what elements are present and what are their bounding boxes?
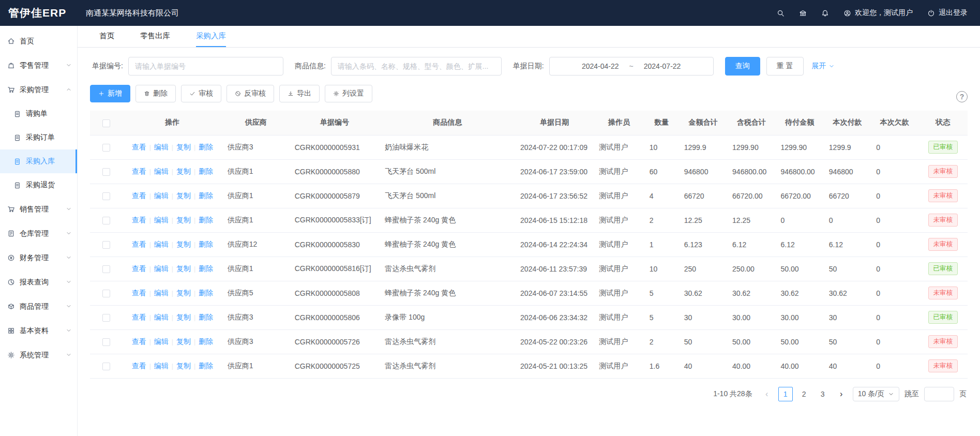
order-no-input[interactable]: [128, 57, 283, 76]
sidebar-subitem-purchase-request[interactable]: 请购单: [0, 102, 77, 126]
view-link[interactable]: 查看: [132, 143, 146, 151]
row-checkbox[interactable]: [102, 217, 110, 224]
product-info-input[interactable]: [331, 57, 502, 76]
sidebar-item-report-query[interactable]: 报表查询: [0, 270, 77, 294]
delete-link[interactable]: 删除: [199, 264, 213, 273]
delete-link[interactable]: 删除: [199, 313, 213, 321]
view-link[interactable]: 查看: [132, 362, 146, 370]
view-link[interactable]: 查看: [132, 289, 146, 297]
delete-link[interactable]: 删除: [199, 362, 213, 370]
page-button-1[interactable]: 1: [778, 387, 793, 401]
sidebar-subitem-purchase-inbound[interactable]: 采购入库: [0, 149, 77, 173]
edit-link[interactable]: 编辑: [154, 313, 169, 321]
row-checkbox[interactable]: [102, 168, 110, 176]
delete-link[interactable]: 删除: [199, 289, 213, 297]
view-link[interactable]: 查看: [132, 167, 146, 175]
sidebar-item-basic-data[interactable]: 基本资料: [0, 319, 77, 343]
view-link[interactable]: 查看: [132, 337, 146, 345]
delete-link[interactable]: 删除: [199, 167, 213, 175]
row-checkbox[interactable]: [102, 241, 110, 249]
copy-link[interactable]: 复制: [176, 362, 191, 370]
copy-link[interactable]: 复制: [176, 216, 191, 224]
copy-link[interactable]: 复制: [176, 240, 191, 248]
row-checkbox[interactable]: [102, 290, 110, 297]
status-badge: 已审核: [928, 311, 958, 323]
delete-link[interactable]: 删除: [199, 191, 213, 200]
tab-retail-outbound[interactable]: 零售出库: [140, 26, 170, 47]
delete-button[interactable]: 删除: [135, 85, 176, 102]
tab-purchase-inbound[interactable]: 采购入库: [196, 26, 226, 47]
prev-page-button[interactable]: ‹: [761, 387, 773, 401]
copy-link[interactable]: 复制: [176, 313, 191, 321]
next-page-button[interactable]: ›: [835, 387, 848, 401]
date-range-picker[interactable]: 2024-04-22 ~ 2024-07-22: [549, 57, 714, 76]
edit-link[interactable]: 编辑: [154, 264, 169, 273]
mall-icon[interactable]: [799, 9, 807, 17]
expand-filters-link[interactable]: 展开: [812, 62, 835, 71]
help-icon[interactable]: ?: [956, 91, 968, 102]
copy-link[interactable]: 复制: [176, 143, 191, 151]
edit-link[interactable]: 编辑: [154, 167, 169, 175]
sidebar-item-sales-mgmt[interactable]: 销售管理: [0, 197, 77, 221]
sidebar-item-retail-mgmt[interactable]: 零售管理: [0, 53, 77, 78]
copy-link[interactable]: 复制: [176, 264, 191, 273]
view-link[interactable]: 查看: [132, 264, 146, 273]
edit-link[interactable]: 编辑: [154, 191, 169, 200]
reset-button[interactable]: 重 置: [766, 57, 804, 76]
logout-button[interactable]: 退出登录: [927, 8, 968, 18]
select-all-checkbox[interactable]: [102, 119, 110, 127]
content: 单据编号: 商品信息: 单据日期: 2024-04-22 ~ 2024-07-2…: [78, 48, 980, 436]
delete-link[interactable]: 删除: [199, 337, 213, 345]
search-icon[interactable]: [777, 9, 785, 17]
sidebar-subitem-purchase-return[interactable]: 采购退货: [0, 173, 77, 197]
delete-link[interactable]: 删除: [199, 143, 213, 151]
row-checkbox[interactable]: [102, 363, 110, 370]
sidebar-item-product-mgmt[interactable]: 商品管理: [0, 294, 77, 319]
delete-link[interactable]: 删除: [199, 240, 213, 248]
copy-link[interactable]: 复制: [176, 167, 191, 175]
row-checkbox[interactable]: [102, 265, 110, 273]
edit-link[interactable]: 编辑: [154, 289, 169, 297]
column-settings-button[interactable]: 列设置: [325, 85, 372, 102]
view-link[interactable]: 查看: [132, 216, 146, 224]
copy-link[interactable]: 复制: [176, 191, 191, 200]
edit-link[interactable]: 编辑: [154, 337, 169, 345]
edit-link[interactable]: 编辑: [154, 362, 169, 370]
sidebar-item-warehouse-mgmt[interactable]: 仓库管理: [0, 221, 77, 246]
add-button[interactable]: 新增: [90, 85, 130, 102]
delete-link[interactable]: 删除: [199, 216, 213, 224]
welcome-user[interactable]: 欢迎您，测试用户: [843, 8, 913, 18]
date-to-value[interactable]: 2024-07-22: [644, 62, 681, 70]
sidebar-item-system-mgmt[interactable]: 系统管理: [0, 343, 77, 367]
row-checkbox[interactable]: [102, 192, 110, 200]
view-link[interactable]: 查看: [132, 191, 146, 200]
sidebar-item-home[interactable]: 首页: [0, 29, 77, 53]
view-link[interactable]: 查看: [132, 313, 146, 321]
sidebar-subitem-purchase-order[interactable]: 采购订单: [0, 126, 77, 149]
page-button-3[interactable]: 3: [816, 387, 830, 401]
row-checkbox[interactable]: [102, 338, 110, 346]
bell-icon[interactable]: [821, 9, 829, 17]
divider: [146, 289, 154, 297]
page-button-2[interactable]: 2: [797, 387, 811, 401]
page-size-select[interactable]: 10 条/页: [853, 387, 899, 401]
edit-link[interactable]: 编辑: [154, 216, 169, 224]
jump-page-input[interactable]: [924, 387, 954, 401]
paid-cell: 66720: [824, 184, 871, 208]
sidebar-item-finance-mgmt[interactable]: 财务管理: [0, 246, 77, 270]
sidebar-item-purchase-mgmt[interactable]: 采购管理: [0, 78, 77, 102]
view-link[interactable]: 查看: [132, 240, 146, 248]
copy-link[interactable]: 复制: [176, 289, 191, 297]
export-button[interactable]: 导出: [279, 85, 320, 102]
sidebar-item-label: 财务管理: [20, 253, 49, 263]
edit-link[interactable]: 编辑: [154, 240, 169, 248]
date-from-value[interactable]: 2024-04-22: [582, 62, 619, 70]
edit-link[interactable]: 编辑: [154, 143, 169, 151]
row-checkbox[interactable]: [102, 314, 110, 322]
search-button[interactable]: 查询: [725, 57, 760, 76]
tab-home[interactable]: 首页: [99, 26, 114, 47]
unaudit-button[interactable]: 反审核: [227, 85, 274, 102]
audit-button[interactable]: 审核: [181, 85, 221, 102]
row-checkbox[interactable]: [102, 144, 110, 152]
copy-link[interactable]: 复制: [176, 337, 191, 345]
